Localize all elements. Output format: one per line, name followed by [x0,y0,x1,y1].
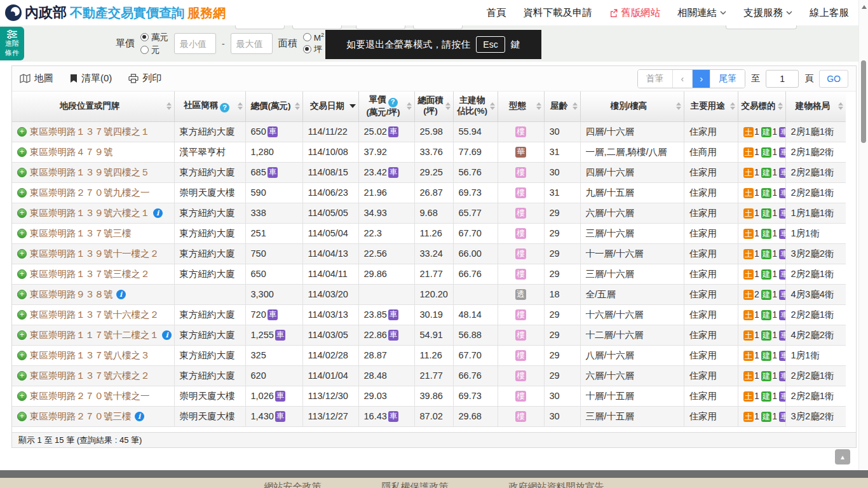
column-header[interactable]: 屋齡 [544,92,580,121]
footer-link[interactable]: 網站安全政策 [264,481,322,488]
advanced-filter-button[interactable]: 進階 條件 [0,27,24,60]
column-header[interactable]: 交易日期 [302,92,358,121]
address-link[interactable]: 東區崇明路２７０號九樓之一 [30,187,150,199]
nav-item[interactable]: 舊版網站 [609,6,660,20]
table-row[interactable]: 東區崇明路９３８號3,300114/03/20120.20透18全/五層住家用土… [12,284,846,304]
expand-row-icon[interactable] [17,391,27,401]
table-row[interactable]: 東區崇明路１１７號十二樓之１東方紐約大廈1,255車114/03/0522.86… [12,325,846,345]
table-row[interactable]: 東區崇明路１３９號四樓之５東方紐約大廈685車114/08/1523.42車29… [12,162,846,182]
expand-row-icon[interactable] [17,371,27,381]
radio-option[interactable]: 萬元 [140,32,168,43]
column-header[interactable]: 樓別/樓高 [580,92,684,121]
table-row[interactable]: 東區崇明路２７０號三樓崇明天廈大樓1,430車113/12/2716.43車87… [12,406,846,426]
unit-price-max-input[interactable] [231,33,273,54]
info-icon[interactable] [153,208,163,218]
column-header[interactable]: 社區簡稱? [174,92,245,121]
address-link[interactable]: 東區崇明路１３９號十一樓之２ [30,248,159,260]
radio-option[interactable]: 坪 [303,44,324,55]
column-header[interactable]: 總價(萬元) [245,92,302,121]
page-number-input[interactable] [766,70,799,88]
table-row[interactable]: 東區崇明路１３７號六樓之２東方紐約大廈620114/01/0428.4821.7… [12,365,846,386]
column-header[interactable]: 建物格局 [785,92,846,121]
go-button[interactable]: GO [819,70,848,88]
table-row[interactable]: 東區崇明路４７９號漢平翠亨村1,280114/10/0837.9233.7677… [12,142,846,162]
address-link[interactable]: 東區崇明路１３７號三樓之２ [30,268,150,280]
radio-selected-icon[interactable] [140,33,149,41]
scrollbar-up-arrow[interactable] [862,5,867,9]
expand-row-icon[interactable] [17,208,27,218]
address-link[interactable]: 東區崇明路１３７號十六樓之２ [30,309,159,321]
expand-row-icon[interactable] [17,330,27,340]
scroll-to-top-button[interactable]: ▲ [835,449,850,464]
nav-item[interactable]: 相關連結 [677,6,726,20]
footer-link[interactable]: 政府網站資料開放宣告 [509,481,604,488]
address-link[interactable]: 東區崇明路１３７號八樓之３ [30,349,150,362]
help-icon[interactable]: ? [220,103,229,112]
address-link[interactable]: 東區崇明路２７０號三樓 [30,410,132,423]
nav-item[interactable]: 資料下載及申請 [524,6,593,20]
address-link[interactable]: 東區崇明路１３９號六樓之１ [30,207,150,219]
scrollbar-thumb[interactable] [861,60,866,143]
table-row[interactable]: 東區崇明路１３９號十一樓之２東方紐約大廈750114/04/1322.5633.… [12,243,846,264]
radio-icon[interactable] [303,33,311,41]
table-row[interactable]: 東區崇明路１３９號六樓之１東方紐約大廈338114/05/0534.939.68… [12,203,846,223]
next-page-button[interactable]: › [693,70,710,88]
address-link[interactable]: 東區崇明路４７９號 [30,146,113,158]
column-header[interactable]: 總面積(坪) [414,92,453,121]
sort-icon [407,102,412,111]
page-scrollbar[interactable] [858,0,868,470]
expand-row-icon[interactable] [17,147,27,157]
table-row[interactable]: 東區崇明路１３７號四樓之１東方紐約大廈650車114/11/2225.02車25… [12,121,846,142]
expand-row-icon[interactable] [17,188,27,198]
last-page-button[interactable]: 尾筆 [710,70,745,88]
table-row[interactable]: 東區崇明路１３７號八樓之３東方紐約大廈325114/02/2828.8711.2… [12,345,846,365]
info-icon[interactable] [116,290,126,299]
unit-price-min-input[interactable] [174,33,216,54]
help-icon[interactable]: ? [388,98,398,107]
column-header[interactable]: 型態 [498,92,544,121]
table-row[interactable]: 東區崇明路１３７號三樓東方紐約大廈251114/05/0422.311.2667… [12,223,846,243]
table-row[interactable]: 東區崇明路１３７號十六樓之２東方紐約大廈720車114/03/1323.85車3… [12,304,846,325]
column-header[interactable]: 地段位置或門牌 [12,92,174,121]
expand-row-icon[interactable] [17,351,27,360]
table-row[interactable]: 東區崇明路２７０號九樓之一崇明天廈大樓590114/06/2321.9626.8… [12,182,846,203]
radio-icon[interactable] [140,46,149,54]
expand-row-icon[interactable] [17,127,27,137]
radio-selected-icon[interactable] [303,45,311,53]
column-header[interactable]: 主要用途 [684,92,738,121]
saved-list-button[interactable]: 清單(0) [70,72,112,85]
site-logo[interactable]: 內政部 不動產交易實價查詢 服務網 [5,3,226,22]
table-row[interactable]: 東區崇明路２７０號十樓之一崇明天廈大樓1,026車113/12/3029.033… [12,386,846,406]
expand-row-icon[interactable] [17,168,27,177]
column-header[interactable]: 單價?(萬元/坪) [358,92,414,121]
expand-row-icon[interactable] [17,310,27,320]
expand-row-icon[interactable] [17,412,27,421]
first-page-button[interactable]: 首筆 [638,70,673,88]
info-icon[interactable] [135,412,144,421]
expand-row-icon[interactable] [17,249,27,259]
address-link[interactable]: 東區崇明路１３７號四樓之１ [30,126,150,138]
address-link[interactable]: 東區崇明路１３９號四樓之５ [30,166,150,179]
prev-page-button[interactable]: ‹ [673,70,693,88]
nav-item[interactable]: 首頁 [487,6,506,20]
radio-option[interactable]: M2 [303,32,324,43]
column-header[interactable]: 交易標的 [738,92,785,121]
expand-row-icon[interactable] [17,290,27,299]
nav-item[interactable]: 線上客服 [810,6,849,20]
column-header[interactable]: 主建物佔比(%) [453,92,498,121]
address-link[interactable]: 東區崇明路２７０號十樓之一 [30,390,150,402]
address-link[interactable]: 東區崇明路１１７號十二樓之１ [30,329,159,341]
expand-row-icon[interactable] [17,269,27,279]
address-link[interactable]: 東區崇明路１３７號六樓之２ [30,370,150,382]
footer-link[interactable]: 隱私權保護政策 [382,481,449,488]
map-view-button[interactable]: 地圖 [20,72,53,85]
expand-row-icon[interactable] [17,229,27,238]
address-link[interactable]: 東區崇明路９３８號 [30,288,113,301]
nav-item[interactable]: 支援服務 [743,6,792,20]
info-icon[interactable] [162,330,172,340]
radio-label: 萬元 [151,32,168,43]
radio-option[interactable]: 元 [140,44,168,56]
address-link[interactable]: 東區崇明路１３７號三樓 [30,227,132,240]
print-button[interactable]: 列印 [128,72,161,85]
table-row[interactable]: 東區崇明路１３７號三樓之２東方紐約大廈650114/04/1129.8621.7… [12,264,846,284]
